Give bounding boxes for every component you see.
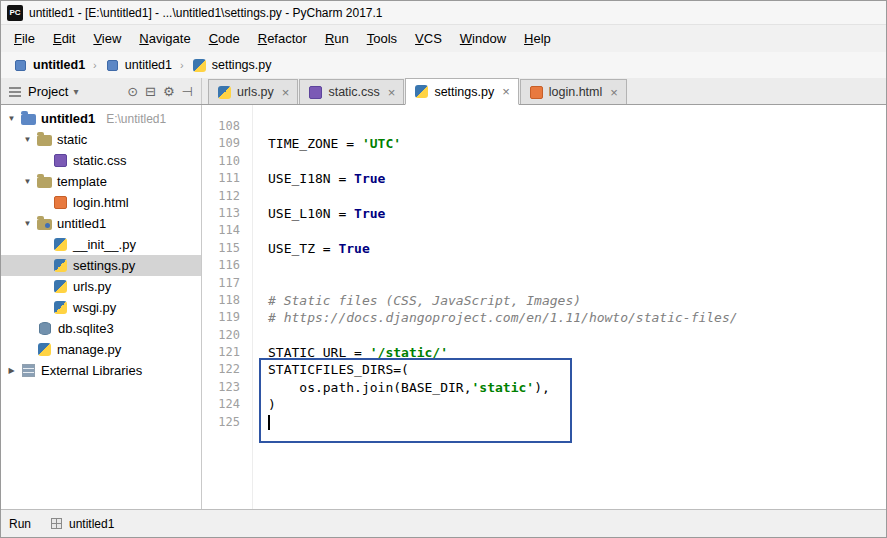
line-number[interactable]: 109	[202, 135, 252, 152]
code-line-111[interactable]: 111USE_I18N = True	[202, 170, 886, 187]
menu-item-view[interactable]: View	[84, 27, 130, 50]
chevron-down-icon[interactable]: ▼	[23, 135, 32, 144]
line-text	[252, 414, 270, 431]
line-text: TIME_ZONE = 'UTC'	[252, 135, 401, 152]
line-number[interactable]: 123	[202, 379, 252, 396]
chevron-down-icon[interactable]: ▼	[7, 114, 16, 123]
breadcrumb-label: untitled1	[125, 58, 172, 72]
menu-item-tools[interactable]: Tools	[358, 27, 406, 50]
line-number[interactable]: 114	[202, 222, 252, 239]
code-editor[interactable]: 108109TIME_ZONE = 'UTC'110111USE_I18N = …	[202, 105, 886, 509]
menu-item-refactor[interactable]: Refactor	[249, 27, 316, 50]
chevron-down-icon[interactable]: ▾	[73, 86, 78, 97]
tree-item-untitled1[interactable]: ▼untitled1	[1, 213, 201, 234]
code-line-116[interactable]: 116	[202, 257, 886, 274]
tab-close-icon[interactable]: ×	[610, 86, 618, 99]
tab-close-icon[interactable]: ×	[388, 86, 396, 99]
code-line-123[interactable]: 123 os.path.join(BASE_DIR,'static'),	[202, 379, 886, 396]
tab-close-icon[interactable]: ×	[282, 86, 290, 99]
tree-item-db.sqlite3[interactable]: db.sqlite3	[1, 318, 201, 339]
tree-item-login.html[interactable]: login.html	[1, 192, 201, 213]
code-line-114[interactable]: 114	[202, 222, 886, 239]
line-number[interactable]: 117	[202, 275, 252, 292]
code-line-121[interactable]: 121STATIC_URL = '/static/'	[202, 344, 886, 361]
tab-close-icon[interactable]: ×	[502, 85, 510, 98]
pycharm-window: PC untitled1 - [E:\untitled1] - ...\unti…	[0, 0, 887, 538]
code-line-115[interactable]: 115USE_TZ = True	[202, 240, 886, 257]
tab-settings.py[interactable]: settings.py×	[405, 78, 518, 105]
tree-item-wsgi.py[interactable]: wsgi.py	[1, 297, 201, 318]
code-line-120[interactable]: 120	[202, 327, 886, 344]
code-line-109[interactable]: 109TIME_ZONE = 'UTC'	[202, 135, 886, 152]
tab-label: static.css	[328, 85, 379, 99]
breadcrumb-item-untitled1[interactable]: untitled1	[9, 56, 89, 75]
run-toolwindow-button[interactable]: Run	[9, 517, 31, 531]
line-number[interactable]: 110	[202, 153, 252, 170]
line-number[interactable]: 122	[202, 361, 252, 378]
code-line-122[interactable]: 122STATICFILES_DIRS=(	[202, 361, 886, 378]
collapse-all-icon[interactable]: ⊟	[145, 85, 156, 98]
chevron-right-icon[interactable]: ▶	[7, 366, 16, 375]
tree-item-static.css[interactable]: static.css	[1, 150, 201, 171]
line-number[interactable]: 120	[202, 327, 252, 344]
code-line-113[interactable]: 113USE_L10N = True	[202, 205, 886, 222]
code-line-117[interactable]: 117	[202, 275, 886, 292]
menu-item-file[interactable]: File	[5, 27, 44, 50]
tree-item-manage.py[interactable]: manage.py	[1, 339, 201, 360]
code-line-119[interactable]: 119# https://docs.djangoproject.com/en/1…	[202, 309, 886, 326]
code-line-118[interactable]: 118# Static files (CSS, JavaScript, Imag…	[202, 292, 886, 309]
menu-item-vcs[interactable]: VCS	[406, 27, 451, 50]
database-file-icon	[39, 322, 51, 335]
tree-item-static[interactable]: ▼static	[1, 129, 201, 150]
line-number[interactable]: 116	[202, 257, 252, 274]
line-number[interactable]: 125	[202, 414, 252, 431]
line-number[interactable]: 112	[202, 188, 252, 205]
settings-icon[interactable]: ⚙	[163, 85, 175, 98]
tab-urls.py[interactable]: urls.py×	[208, 79, 298, 104]
tree-label: static	[57, 132, 87, 147]
tree-label: wsgi.py	[73, 300, 116, 315]
tree-item-template[interactable]: ▼template	[1, 171, 201, 192]
line-text: STATIC_URL = '/static/'	[252, 344, 448, 361]
menu-item-navigate[interactable]: Navigate	[130, 27, 199, 50]
code-line-108[interactable]: 108	[202, 118, 886, 135]
project-panel-title[interactable]: Project	[28, 84, 68, 99]
locate-icon[interactable]: ⊙	[127, 85, 138, 98]
line-number[interactable]: 118	[202, 292, 252, 309]
status-run-tab[interactable]: untitled1	[43, 514, 120, 533]
tab-static.css[interactable]: static.css×	[299, 79, 404, 104]
line-number[interactable]: 124	[202, 396, 252, 413]
tree-item-External Libraries[interactable]: ▶External Libraries	[1, 360, 201, 381]
line-number[interactable]: 121	[202, 344, 252, 361]
menu-item-edit[interactable]: Edit	[44, 27, 84, 50]
line-number[interactable]: 113	[202, 205, 252, 222]
line-number[interactable]: 115	[202, 240, 252, 257]
breadcrumb-item-untitled1[interactable]: untitled1	[101, 56, 176, 75]
line-number[interactable]: 119	[202, 309, 252, 326]
tree-item-settings.py[interactable]: settings.py	[1, 255, 201, 276]
menu-item-window[interactable]: Window	[451, 27, 515, 50]
code-line-110[interactable]: 110	[202, 153, 886, 170]
project-panel-icon	[9, 86, 21, 97]
tree-item-urls.py[interactable]: urls.py	[1, 276, 201, 297]
chevron-down-icon[interactable]: ▼	[23, 177, 32, 186]
hide-icon[interactable]: ⊣	[182, 85, 193, 98]
tree-item-__init__.py[interactable]: __init__.py	[1, 234, 201, 255]
menu-item-help[interactable]: Help	[515, 27, 560, 50]
line-text	[252, 188, 268, 205]
tab-login.html[interactable]: login.html×	[520, 79, 627, 104]
line-text	[252, 153, 268, 170]
code-line-112[interactable]: 112	[202, 188, 886, 205]
app-icon: PC	[7, 5, 23, 21]
chevron-down-icon[interactable]: ▼	[23, 219, 32, 228]
menu-item-code[interactable]: Code	[200, 27, 249, 50]
tree-label: __init__.py	[73, 237, 136, 252]
tree-item-untitled1[interactable]: ▼untitled1E:\untitled1	[1, 108, 201, 129]
code-line-125[interactable]: 125	[202, 414, 886, 431]
line-number[interactable]: 111	[202, 170, 252, 187]
breadcrumb-item-settings.py[interactable]: settings.py	[188, 56, 276, 75]
menu-item-run[interactable]: Run	[316, 27, 358, 50]
breadcrumb-separator: ›	[179, 59, 185, 71]
line-number[interactable]: 108	[202, 118, 252, 135]
code-line-124[interactable]: 124)	[202, 396, 886, 413]
